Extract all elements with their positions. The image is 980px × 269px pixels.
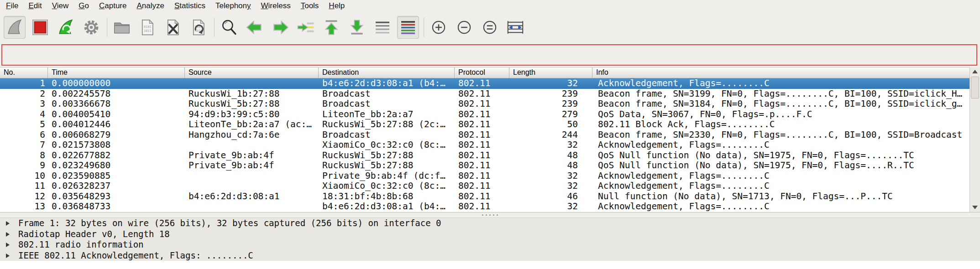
cell-info: QoS Null function (No data), SN=1975, FN… [592,150,970,161]
packet-row-12[interactable]: 120.035648293b4:e6:2d:d3:08:a118:31:bf:4… [0,191,970,202]
go-to-packet-button[interactable] [295,16,317,39]
folder-open-icon [113,18,131,36]
menu-view[interactable]: View [47,0,74,12]
scrollbar-down-button[interactable] [970,203,980,212]
cell-len: 46 [509,191,592,202]
cell-time: 0.003366678 [48,99,185,109]
menu-telephony[interactable]: Telephony [210,0,256,12]
zoom-in-button[interactable] [428,16,450,39]
packet-row-3[interactable]: 30.003366678RuckusWi_5b:27:88Broadcast80… [0,99,970,109]
column-header-source[interactable]: Source [185,67,319,78]
detail-row[interactable]: 802.11 radio information [0,239,980,250]
cell-info: 802.11 Block Ack, Flags=........C [592,119,970,130]
cell-proto: 802.11 [455,160,509,171]
cell-no: 4 [0,109,48,120]
cell-time: 0.004005410 [48,109,185,120]
stop-capture-button[interactable] [29,16,51,39]
expand-arrow-icon [6,221,10,226]
packet-row-4[interactable]: 40.00400541094:d9:b3:99:c5:80LiteonTe_bb… [0,109,970,120]
column-header-time[interactable]: Time [48,67,185,78]
menu-tools[interactable]: Tools [296,0,324,12]
menu-file[interactable]: File [1,0,23,12]
packet-row-11[interactable]: 110.026328237XiaomiCo_0c:32:c0 (8c:…802.… [0,181,970,191]
packet-row-1[interactable]: 10.000000000b4:e6:2d:d3:08:a1 (b4:…802.1… [0,78,970,89]
cell-proto: 802.11 [455,202,509,212]
save-file-button[interactable]: 01011011 [136,16,158,39]
cell-info: Acknowledgement, Flags=........C [592,171,970,181]
zoom-out-button[interactable] [453,16,475,39]
colorize-packets-button[interactable] [397,16,419,39]
go-last-packet-button[interactable] [346,16,368,39]
cell-time: 0.022677882 [48,150,185,161]
column-header-no[interactable]: No. [0,67,48,78]
scrollbar-up-button[interactable] [970,67,980,76]
cell-info: Acknowledgement, Flags=........C [592,202,970,212]
find-packet-button[interactable] [218,16,240,39]
go-next-packet-button[interactable] [269,16,291,39]
menu-wireless[interactable]: Wireless [256,0,296,12]
packet-list-scrollbar[interactable] [970,67,980,212]
cell-info: Acknowledgement, Flags=........C [592,78,970,89]
packet-row-9[interactable]: 90.023249680Private_9b:ab:4fRuckusWi_5b:… [0,160,970,171]
menu-statistics[interactable]: Statistics [169,0,210,12]
packet-list-body: 10.000000000b4:e6:2d:d3:08:a1 (b4:…802.1… [0,78,970,212]
cell-no: 11 [0,181,48,191]
go-previous-packet-button[interactable] [244,16,266,39]
detail-row[interactable]: Radiotap Header v0, Length 18 [0,229,980,240]
column-header-destination[interactable]: Destination [319,67,455,78]
column-header-info[interactable]: Info [592,67,970,78]
cell-len: 32 [509,171,592,181]
packet-row-7[interactable]: 70.021573808XiaomiCo_0c:32:c0 (8c:…802.1… [0,140,970,150]
packet-row-2[interactable]: 20.002245578RuckusWi_1b:27:88Broadcast80… [0,89,970,99]
packet-row-5[interactable]: 50.004012446LiteonTe_bb:2a:a7 (ac:…Rucku… [0,119,970,130]
capture-options-button[interactable] [80,16,102,39]
cell-proto: 802.11 [455,191,509,202]
cell-len: 279 [509,109,592,120]
packet-row-10[interactable]: 100.023590885Private_9b:ab:4f (dc:f…802.… [0,171,970,181]
detail-text: IEEE 802.11 Acknowledgement, Flags: ....… [18,250,253,260]
cell-info: Acknowledgement, Flags=........C [592,181,970,191]
packet-row-6[interactable]: 60.006068279Hangzhou_cd:7a:6eBroadcast80… [0,130,970,140]
open-file-button[interactable] [111,16,133,39]
packet-row-13[interactable]: 130.036848733b4:e6:2d:d3:08:a1 (b4:…802.… [0,202,970,212]
cell-time: 0.023249680 [48,160,185,171]
cell-info: QoS Null function (No data), SN=1975, FN… [592,160,970,171]
cell-src: Private_9b:ab:4f [185,150,319,161]
menu-bar: FileEditViewGoCaptureAnalyzeStatisticsTe… [0,0,980,12]
arrow-top-icon [322,18,341,36]
pane-splitter[interactable] [0,212,980,218]
cell-time: 0.021573808 [48,140,185,150]
menu-edit[interactable]: Edit [23,0,47,12]
menu-help[interactable]: Help [324,0,350,12]
cell-dst: RuckusWi_5b:27:88 [319,150,455,161]
cell-info: Acknowledgement, Flags=........C [592,140,970,150]
cell-src [185,202,319,212]
cell-len: 244 [509,130,592,140]
go-first-packet-button[interactable] [320,16,342,39]
column-header-protocol[interactable]: Protocol [455,67,509,78]
auto-scroll-button[interactable] [372,16,393,39]
cell-proto: 802.11 [455,119,509,130]
start-capture-button[interactable] [4,16,26,39]
menu-capture[interactable]: Capture [94,0,131,12]
zoom-in-circle-icon [430,18,448,36]
stop-square-icon [31,18,49,36]
scrollbar-thumb[interactable] [971,77,979,98]
detail-row[interactable]: IEEE 802.11 Acknowledgement, Flags: ....… [0,250,980,261]
cell-info: Beacon frame, SN=3199, FN=0, Flags=.....… [592,89,970,99]
menu-go[interactable]: Go [73,0,94,12]
column-header-length[interactable]: Length [509,67,592,78]
svg-text:1011: 1011 [144,29,152,33]
cell-len: 32 [509,140,592,150]
resize-columns-button[interactable] [504,16,526,39]
zoom-normal-button[interactable] [479,16,501,39]
cell-no: 12 [0,191,48,202]
menu-analyze[interactable]: Analyze [131,0,169,12]
detail-row[interactable]: Frame 1: 32 bytes on wire (256 bits), 32… [0,218,980,229]
reload-file-button[interactable]: 01011011 [188,16,210,39]
restart-capture-button[interactable] [55,16,77,39]
packet-row-8[interactable]: 80.022677882Private_9b:ab:4fRuckusWi_5b:… [0,150,970,161]
close-file-button[interactable] [162,16,184,39]
shark-fin-icon [5,18,24,36]
cell-len: 32 [509,202,592,212]
